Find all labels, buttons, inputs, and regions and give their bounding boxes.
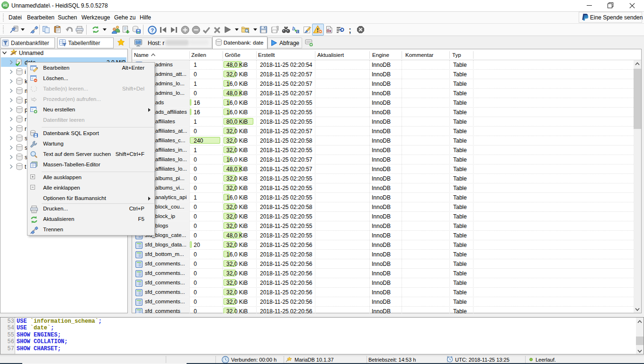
- svg-text:?: ?: [151, 27, 154, 33]
- svg-text:0x: 0x: [327, 28, 331, 33]
- svg-text:b: b: [292, 26, 295, 31]
- svg-text:;: ;: [349, 26, 351, 35]
- svg-text:a: a: [296, 27, 299, 34]
- svg-text:HS: HS: [3, 4, 8, 7]
